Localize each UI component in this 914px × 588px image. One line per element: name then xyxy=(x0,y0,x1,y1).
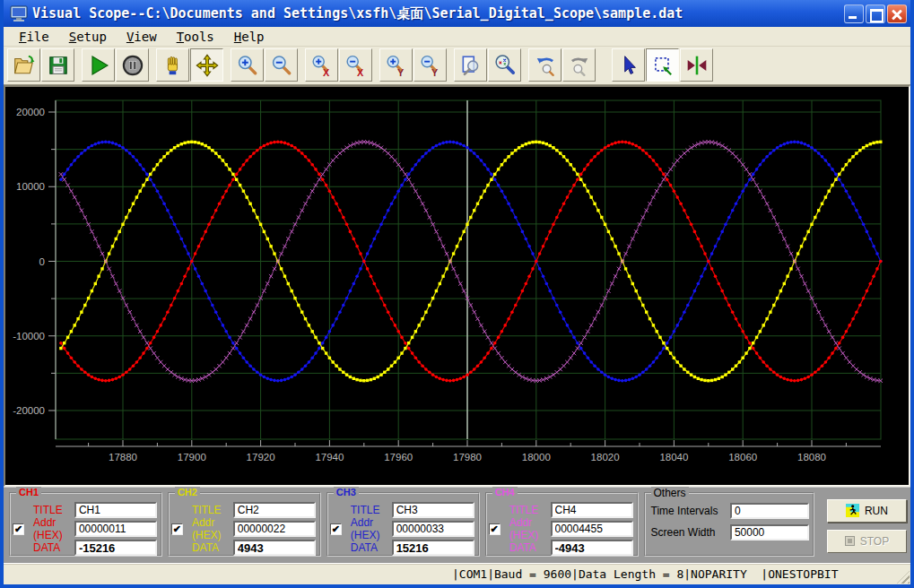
screen-width-input[interactable] xyxy=(730,524,809,540)
svg-text:17940: 17940 xyxy=(315,452,344,463)
svg-text:Y: Y xyxy=(397,66,405,76)
ch4-addr-checkbox[interactable]: ✔ xyxy=(489,523,501,535)
run-button-label: RUN xyxy=(865,505,888,517)
status-bar: |COM1|Baud = 9600|Data Length = 8|NOPARI… xyxy=(4,563,910,584)
ch3-addr-input[interactable] xyxy=(392,521,474,537)
channel-group-ch1: CH1 TITLE ✔ Addr (HEX) DATA xyxy=(9,492,162,557)
zoom-out-y-button[interactable]: Y xyxy=(413,48,447,82)
pan-tool-button[interactable] xyxy=(156,48,189,82)
cursor-measure-button[interactable] xyxy=(680,48,713,82)
time-intervals-input[interactable] xyxy=(730,503,809,519)
channel-group-label: CH2 xyxy=(175,487,200,497)
redo-zoom-button[interactable] xyxy=(562,48,596,82)
svg-text:18060: 18060 xyxy=(728,452,757,463)
ch4-addr-input[interactable] xyxy=(551,521,633,537)
ch3-data-field xyxy=(392,540,474,556)
ch1-title-input[interactable] xyxy=(74,502,157,518)
redo-zoom-icon xyxy=(568,54,591,77)
menu-tools[interactable]: Tools xyxy=(169,29,222,45)
zoom-out-button[interactable] xyxy=(265,48,298,82)
ch4-title-input[interactable] xyxy=(551,502,633,518)
channel-group-label: CH4 xyxy=(492,487,518,497)
undo-zoom-button[interactable] xyxy=(528,48,561,82)
zoom-window-icon xyxy=(459,54,483,77)
addr-label: Addr (HEX) xyxy=(345,516,392,541)
menu-bar: File Setup View Tools Help xyxy=(4,27,910,47)
svg-text:X: X xyxy=(357,66,364,76)
zoom-out-x-button[interactable]: X xyxy=(339,48,372,82)
app-window: Visual Scope--C:\Documents and Settings\… xyxy=(0,0,914,588)
cursor-measure-icon xyxy=(685,54,709,77)
ch1-data-field xyxy=(74,540,157,556)
data-label: DATA xyxy=(504,541,551,554)
save-button[interactable] xyxy=(41,48,74,82)
run-icon xyxy=(86,53,111,78)
zoom-out-y-icon: Y xyxy=(419,54,442,77)
svg-text:-10000: -10000 xyxy=(13,331,45,342)
data-label: DATA xyxy=(345,541,392,554)
pause-button-toolbar[interactable] xyxy=(116,48,149,82)
waveform-chart: -20000-100000100002000017880179001792017… xyxy=(5,87,909,485)
zoom-in-y-icon: Y xyxy=(385,54,408,77)
maximize-button[interactable] xyxy=(866,4,885,23)
stop-button-label: STOP xyxy=(860,535,889,548)
run-button-toolbar[interactable] xyxy=(82,48,115,82)
ch2-addr-input[interactable] xyxy=(233,521,316,537)
zoom-all-button[interactable] xyxy=(488,48,521,82)
zoom-in-y-button[interactable]: Y xyxy=(379,48,413,82)
screen-width-label: Screen Width xyxy=(651,526,730,539)
svg-text:-20000: -20000 xyxy=(13,405,45,416)
close-button[interactable] xyxy=(887,4,907,23)
svg-text:10000: 10000 xyxy=(16,181,45,192)
svg-text:18020: 18020 xyxy=(591,452,620,463)
addr-label: Addr (HEX) xyxy=(28,516,74,541)
zoom-window-button[interactable] xyxy=(454,48,487,82)
stop-button[interactable]: STOP xyxy=(827,530,907,553)
marquee-select-icon xyxy=(651,54,675,77)
zoom-in-button[interactable] xyxy=(231,48,264,82)
menu-file[interactable]: File xyxy=(11,29,57,45)
select-arrow-button[interactable] xyxy=(612,48,645,82)
zoom-in-x-button[interactable]: X xyxy=(305,48,338,82)
channel-group-ch4: CH4 TITLE ✔ Addr (HEX) DATA xyxy=(485,492,639,557)
zoom-out-x-icon: X xyxy=(344,54,368,77)
channel-group-label: CH3 xyxy=(334,487,359,497)
data-label: DATA xyxy=(28,541,74,554)
ch1-addr-checkbox[interactable]: ✔ xyxy=(13,523,24,535)
svg-text:18080: 18080 xyxy=(797,452,826,463)
save-icon xyxy=(47,54,70,77)
zoom-in-icon xyxy=(236,54,259,77)
channel-group-ch3: CH3 TITLE ✔ Addr (HEX) DATA xyxy=(326,492,480,557)
time-intervals-label: Time Intervals xyxy=(651,505,730,517)
zoom-in-x-icon: X xyxy=(310,54,334,77)
channel-control-panel: CH1 TITLE ✔ Addr (HEX) DATA CH2 TITLE xyxy=(4,487,910,563)
select-arrow-icon xyxy=(617,54,640,77)
ch2-title-input[interactable] xyxy=(233,502,316,518)
zoom-out-icon xyxy=(270,54,293,77)
title-label: TITLE xyxy=(504,504,551,516)
open-file-icon xyxy=(13,54,36,77)
pan-hand-icon xyxy=(161,54,185,77)
svg-text:18040: 18040 xyxy=(659,452,688,463)
run-stop-column: RUN STOP xyxy=(827,492,907,559)
title-label: TITLE xyxy=(345,504,392,516)
plot-area[interactable]: -20000-100000100002000017880179001792017… xyxy=(4,85,910,487)
menu-setup[interactable]: Setup xyxy=(61,29,115,45)
svg-text:Y: Y xyxy=(431,66,439,76)
svg-text:17880: 17880 xyxy=(109,452,137,463)
menu-view[interactable]: View xyxy=(118,29,165,45)
ch2-addr-checkbox[interactable]: ✔ xyxy=(171,523,183,535)
open-file-button[interactable] xyxy=(7,48,40,82)
ch3-addr-checkbox[interactable]: ✔ xyxy=(330,523,342,535)
menu-help[interactable]: Help xyxy=(226,29,273,45)
run-button[interactable]: RUN xyxy=(827,499,907,523)
addr-label: Addr (HEX) xyxy=(187,516,233,541)
others-group-label: Others xyxy=(651,487,689,499)
ch1-addr-input[interactable] xyxy=(74,521,157,537)
move-tool-button[interactable] xyxy=(190,48,223,82)
marquee-select-button[interactable] xyxy=(646,48,679,82)
minimize-button[interactable] xyxy=(844,4,864,23)
resize-grip[interactable] xyxy=(897,571,910,584)
stop-square-icon xyxy=(845,536,855,546)
ch3-title-input[interactable] xyxy=(392,502,474,518)
